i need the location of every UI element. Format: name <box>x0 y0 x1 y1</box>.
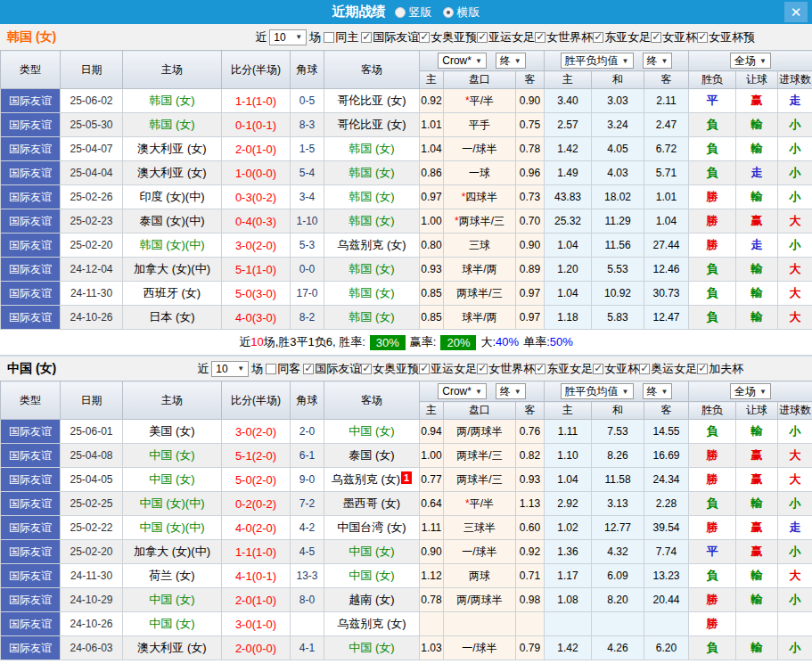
checkbox-unchecked-icon[interactable] <box>266 364 276 374</box>
fulltime-score: 1-1 <box>235 545 252 559</box>
competition-filter[interactable]: 东亚女足 <box>535 361 593 377</box>
scope-dropdown[interactable]: 全场▼ <box>730 53 771 69</box>
competition-filter[interactable]: 女亚杯 <box>593 361 639 377</box>
competition-filter[interactable]: 女奥亚预 <box>419 29 477 45</box>
score-cell: 5-1(2-0) <box>222 444 291 468</box>
away-odds-cell: 0.89 <box>516 258 545 282</box>
final-dropdown-2[interactable]: 终▼ <box>643 383 673 399</box>
same-venue-filter[interactable]: 同客 <box>266 361 300 377</box>
competition-filter[interactable]: 女世界杯 <box>535 29 593 45</box>
score-cell: 2-0(1-0) <box>222 588 291 612</box>
match-row: 国际友谊25-02-23泰国 (女)(中)0-4(0-3)1-10韩国 (女)1… <box>1 209 812 234</box>
away-odds-cell: 1.13 <box>516 492 545 516</box>
competition-filter[interactable]: 女奥亚预 <box>361 361 419 377</box>
home-odds-cell: 0.86 <box>420 161 444 185</box>
competition-filter[interactable]: 亚运女足 <box>419 361 477 377</box>
home-team-cell: 澳大利亚 (女) <box>123 636 222 660</box>
avg-dropdown[interactable]: 胜平负均值▼ <box>561 53 634 69</box>
corner-cell: 1-5 <box>291 137 324 161</box>
recent-count-select[interactable]: 10 ▼ <box>269 29 307 45</box>
checkbox-checked-icon[interactable] <box>593 364 603 374</box>
competition-filter[interactable]: 女世界杯 <box>477 361 535 377</box>
final-dropdown[interactable]: 终▼ <box>496 53 526 69</box>
competition-filter[interactable]: 女亚杯预 <box>697 29 755 45</box>
recent-count-select[interactable]: 10 ▼ <box>211 361 249 377</box>
provider-dropdown[interactable]: Crow*▼ <box>438 53 487 69</box>
away-team-cell: 韩国 (女) <box>324 161 420 185</box>
checkbox-checked-icon[interactable] <box>535 364 545 374</box>
scope-dropdown[interactable]: 全场▼ <box>730 383 771 399</box>
halftime-score: (3-0) <box>252 287 276 300</box>
checkbox-checked-icon[interactable] <box>477 364 488 374</box>
avg-group-header: 胜平负均值▼ 终▼ <box>545 381 689 402</box>
checkbox-checked-icon[interactable] <box>477 32 488 43</box>
final-dropdown[interactable]: 终▼ <box>496 383 526 399</box>
radio-checked-icon[interactable] <box>443 7 454 18</box>
checkbox-checked-icon[interactable] <box>697 32 708 43</box>
match-date-cell: 25-06-01 <box>61 420 123 444</box>
checkbox-checked-icon[interactable] <box>361 364 372 374</box>
avg-draw-cell: 8.26 <box>592 444 644 468</box>
fulltime-score: 5-1 <box>235 263 252 276</box>
handicap-cell: 球半/两 <box>444 258 516 282</box>
same-venue-filter[interactable]: 同主 <box>324 29 358 45</box>
avg-home-cell: 3.40 <box>545 89 592 113</box>
competition-filter[interactable]: 东亚女足 <box>593 29 651 45</box>
checkbox-checked-icon[interactable] <box>419 32 430 43</box>
provider-dropdown[interactable]: Crow*▼ <box>438 383 487 399</box>
match-row: 国际友谊25-06-01美国 (女)3-0(2-0)2-0中国 (女)0.94两… <box>1 420 812 444</box>
checkbox-checked-icon[interactable] <box>593 32 603 43</box>
away-team-cell: 韩国 (女) <box>324 209 420 234</box>
checkbox-checked-icon[interactable] <box>303 364 314 374</box>
away-team-cell: 乌兹别克 (女)1 <box>324 468 420 492</box>
close-icon: ✕ <box>791 4 802 20</box>
filter-bar: 韩国 (女) 近 10 ▼ 场 同主 国际友谊女奥亚预亚运女足女世界杯东亚女足女… <box>0 24 812 50</box>
result-cell: 負 <box>689 306 736 330</box>
subcol-handicap-result: 让球 <box>736 402 778 420</box>
checkbox-checked-icon[interactable] <box>535 32 545 43</box>
avg-draw-cell: 4.03 <box>592 161 644 185</box>
subcol-avg-home: 主 <box>545 402 592 420</box>
scope-group-header: 全场▼ <box>689 51 812 71</box>
close-button[interactable]: ✕ <box>784 2 808 22</box>
radio-unchecked-icon[interactable] <box>395 7 406 18</box>
handicap-cell: 一/球半 <box>444 636 516 660</box>
avg-dropdown[interactable]: 胜平负均值▼ <box>561 383 634 399</box>
avg-away-cell: 5.71 <box>644 161 689 185</box>
corner-cell: 5-4 <box>291 161 324 185</box>
checkbox-checked-icon[interactable] <box>651 32 661 43</box>
fulltime-score: 3-0 <box>235 618 252 631</box>
match-date-cell: 25-04-04 <box>61 161 123 185</box>
away-odds-cell: 0.93 <box>516 468 545 492</box>
competition-filter[interactable]: 国际友谊 <box>303 361 361 377</box>
home-odds-cell: 0.64 <box>420 492 444 516</box>
competition-label: 女奥亚预 <box>431 29 477 45</box>
checkbox-checked-icon[interactable] <box>361 32 372 43</box>
result-cell: 負 <box>689 113 736 137</box>
avg-draw-cell: 8.20 <box>592 588 644 612</box>
vertical-layout-label: 竖版 <box>409 4 432 20</box>
competition-filter[interactable]: 加夫杯 <box>697 361 743 377</box>
checkbox-checked-icon[interactable] <box>697 364 708 374</box>
subcol-home-odds: 主 <box>420 402 444 420</box>
results-table: 类型 日期 主场 比分(半场) 角球 客场 Crow*▼ 终▼ 胜平负均 <box>0 381 812 660</box>
home-team-cell: 荷兰 (女) <box>123 564 222 588</box>
final-dropdown-2[interactable]: 终▼ <box>643 53 673 69</box>
vertical-layout-radio[interactable]: 竖版 <box>395 4 432 20</box>
competition-filter[interactable]: 国际友谊 <box>361 29 419 45</box>
home-odds-cell <box>420 612 444 636</box>
checkbox-unchecked-icon[interactable] <box>324 32 334 43</box>
competition-label: 东亚女足 <box>604 29 651 45</box>
match-date-cell: 25-02-23 <box>61 209 123 234</box>
horizontal-layout-label: 横版 <box>457 4 480 20</box>
checkbox-checked-icon[interactable] <box>639 364 650 374</box>
competition-label: 东亚女足 <box>546 361 593 377</box>
competition-filter[interactable]: 女亚杯 <box>651 29 697 45</box>
summary-count: 10 <box>250 335 263 348</box>
competition-filter[interactable]: 奥运女足 <box>639 361 697 377</box>
checkbox-checked-icon[interactable] <box>419 364 430 374</box>
handicap-cell: 两球半/三 <box>444 444 516 468</box>
competition-filter[interactable]: 亚运女足 <box>477 29 535 45</box>
handicap-cell: 一/球半 <box>444 540 516 564</box>
horizontal-layout-radio[interactable]: 横版 <box>443 4 480 20</box>
